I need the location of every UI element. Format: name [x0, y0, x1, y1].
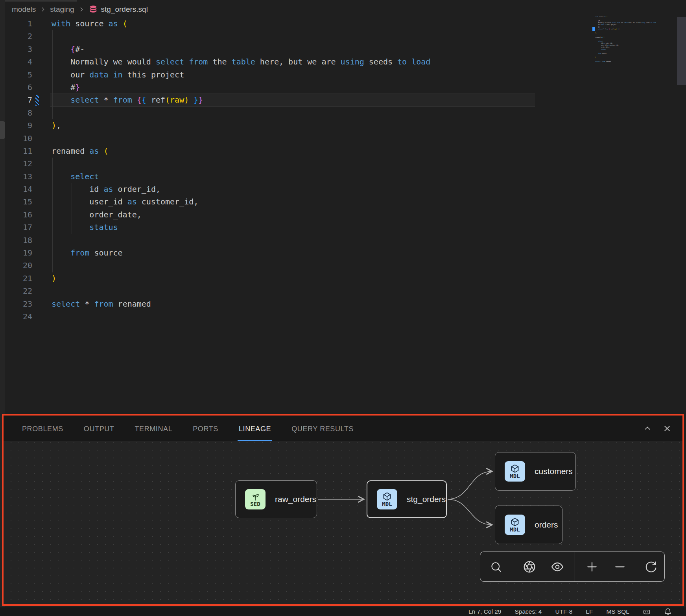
code-editor[interactable]: 1with source as (23 {#-4 Normally we wou… [0, 17, 590, 323]
status-item-lf[interactable]: LF [586, 608, 593, 615]
chevron-right-icon [40, 6, 46, 13]
copilot-icon[interactable] [643, 608, 651, 616]
aperture-icon[interactable] [518, 556, 540, 578]
code-line[interactable]: 7 select * from {{ ref(raw) }} [0, 94, 590, 106]
code-line[interactable]: 8 [0, 107, 590, 119]
code-line[interactable]: 10 [0, 132, 590, 145]
code-line[interactable]: 4 Normally we would select from the tabl… [0, 55, 590, 68]
close-icon[interactable] [663, 424, 671, 433]
minimap[interactable]: with source as ( {#- Normally we would s… [595, 16, 666, 69]
line-number: 24 [0, 310, 32, 323]
line-number: 10 [0, 132, 32, 145]
lineage-toolbar [480, 552, 665, 582]
node-label: orders [535, 520, 558, 530]
code-line[interactable]: 11renamed as ( [0, 145, 590, 157]
code-line[interactable]: 20 [0, 259, 590, 272]
line-number: 15 [0, 195, 32, 208]
node-label: raw_orders [275, 495, 316, 504]
code-line[interactable]: 12 [0, 157, 590, 170]
code-line[interactable]: 16 order_date, [0, 208, 590, 221]
status-item-utf-8[interactable]: UTF-8 [555, 608, 572, 615]
line-number: 9 [0, 119, 32, 132]
seedling-badge: SED [245, 489, 266, 509]
status-item-spaces-4[interactable]: Spaces: 4 [514, 608, 542, 615]
database-icon [89, 5, 98, 14]
code-line[interactable]: 3 {#- [0, 43, 590, 55]
eye-icon[interactable] [546, 556, 568, 578]
panel-tab-ports[interactable]: PORTS [192, 416, 219, 441]
search-icon[interactable] [485, 556, 507, 578]
zoom-out-icon[interactable] [609, 556, 631, 578]
line-number: 1 [0, 17, 32, 30]
status-item-ln-7-col-29[interactable]: Ln 7, Col 29 [468, 608, 502, 615]
line-number: 8 [0, 107, 32, 119]
line-number: 5 [0, 68, 32, 81]
chevron-up-icon[interactable] [643, 424, 652, 433]
indent-guide [72, 183, 72, 234]
code-line[interactable]: 17 status [0, 221, 590, 234]
cube-icon [510, 517, 520, 527]
minimap-modified-marker [592, 27, 595, 31]
panel-tab-problems[interactable]: PROBLEMS [21, 416, 65, 441]
code-line[interactable]: 5 our data in this project [0, 68, 590, 81]
code-line[interactable]: 1with source as ( [0, 17, 590, 30]
status-item-ms-sql[interactable]: MS SQL [606, 608, 629, 615]
panel-tabbar: PROBLEMSOUTPUTTERMINALPORTSLINEAGEQUERY … [4, 416, 682, 441]
cube-badge: MDL [505, 461, 525, 482]
zoom-in-icon[interactable] [581, 556, 603, 578]
breadcrumb: models staging stg_orders.sql [12, 3, 148, 16]
line-number: 11 [0, 145, 32, 157]
line-number: 14 [0, 183, 32, 195]
lineage-node-orders[interactable]: MDLorders [495, 506, 562, 544]
breadcrumb-item-models[interactable]: models [12, 5, 36, 14]
breadcrumb-filename: stg_orders.sql [101, 5, 148, 14]
code-line[interactable]: 18 [0, 234, 590, 246]
breadcrumb-item-staging[interactable]: staging [50, 5, 74, 14]
panel-tab-lineage[interactable]: LINEAGE [238, 416, 272, 441]
lineage-node-raw_orders[interactable]: SEDraw_orders [235, 480, 317, 518]
code-line[interactable]: 13 select [0, 170, 590, 183]
panel-tab-query-results[interactable]: QUERY RESULTS [290, 416, 355, 441]
indent-guide [52, 158, 53, 272]
status-bar: Ln 7, Col 29Spaces: 4UTF-8LFMS SQL [0, 607, 686, 616]
code-line[interactable]: 19 from source [0, 246, 590, 259]
code-line[interactable]: 6 #} [0, 81, 590, 94]
code-line[interactable] [595, 63, 666, 64]
panel-tab-terminal[interactable]: TERMINAL [133, 416, 173, 441]
line-number: 17 [0, 221, 32, 234]
code-line[interactable]: 14 id as order_id, [0, 183, 590, 195]
editor-tab-edge [5, 0, 77, 2]
line-number: 13 [0, 170, 32, 183]
panel-tab-output[interactable]: OUTPUT [83, 416, 116, 441]
line-number: 19 [0, 246, 32, 259]
code-line[interactable]: 22 [0, 285, 590, 297]
cube-badge: MDL [377, 489, 397, 509]
code-line[interactable]: 9), [0, 119, 590, 132]
vscode-window: models staging stg_orders.sql 1with sour… [0, 0, 686, 616]
chevron-right-icon [78, 6, 85, 13]
seedling-icon [251, 492, 260, 501]
node-label: stg_orders [407, 495, 446, 504]
indent-guide [52, 30, 53, 119]
node-label: customers [535, 467, 573, 476]
code-line[interactable]: 23select * from renamed [0, 298, 590, 310]
editor-scrollbar[interactable] [677, 17, 686, 85]
code-line[interactable]: 24 [0, 310, 590, 323]
cube-icon [510, 464, 520, 473]
line-number: 16 [0, 208, 32, 221]
line-number: 18 [0, 234, 32, 246]
line-number: 12 [0, 157, 32, 170]
line-number: 20 [0, 259, 32, 272]
code-line[interactable]: 2 [0, 30, 590, 42]
breadcrumb-file[interactable]: stg_orders.sql [89, 5, 148, 14]
code-line[interactable]: 21) [0, 272, 590, 285]
line-number: 4 [0, 55, 32, 68]
lineage-node-customers[interactable]: MDLcustomers [495, 452, 576, 491]
refresh-icon[interactable] [640, 556, 662, 578]
line-number: 23 [0, 298, 32, 310]
line-number: 21 [0, 272, 32, 285]
lineage-node-stg_orders[interactable]: MDLstg_orders [367, 480, 447, 518]
code-line[interactable]: 15 user_id as customer_id, [0, 195, 590, 208]
bell-icon[interactable] [664, 608, 672, 616]
cube-badge: MDL [505, 515, 525, 535]
